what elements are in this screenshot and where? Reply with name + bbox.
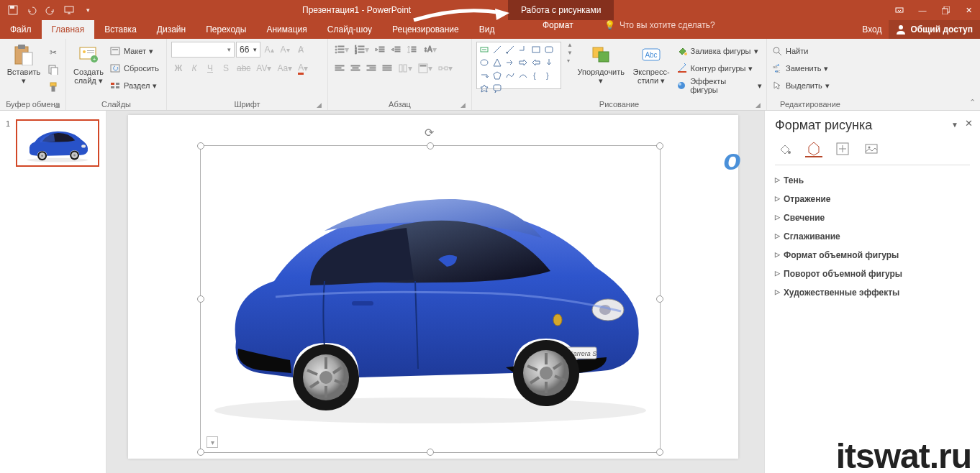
shape-outline-button[interactable]: Контур фигуры ▾ — [676, 60, 763, 76]
close-icon[interactable]: ✕ — [957, 0, 980, 20]
pane-close-icon[interactable]: ✕ — [965, 118, 973, 129]
qat-dropdown-icon[interactable]: ▾ — [81, 3, 95, 17]
resize-handle[interactable] — [197, 142, 204, 150]
section-button[interactable]: Раздел ▾ — [109, 78, 159, 93]
accordion-shadow[interactable]: Тень — [775, 171, 970, 190]
pane-menu-icon[interactable]: ▼ — [951, 121, 958, 129]
picture-tab-icon[interactable] — [863, 140, 880, 157]
ribbon-options-icon[interactable] — [888, 0, 911, 20]
tab-format[interactable]: Формат — [532, 20, 584, 30]
layout-button[interactable]: Макет ▾ — [109, 43, 159, 59]
tab-animations[interactable]: Анимация — [256, 20, 317, 39]
slide-thumbnail-1[interactable] — [16, 119, 99, 167]
decrease-indent-button[interactable] — [373, 42, 387, 58]
align-center-button[interactable] — [348, 60, 363, 76]
tab-slideshow[interactable]: Слайд-шоу — [317, 20, 382, 39]
tab-transitions[interactable]: Переходы — [196, 20, 256, 39]
find-button[interactable]: Найти — [771, 43, 830, 59]
tab-file[interactable]: Файл — [0, 20, 42, 39]
shape-effects-button[interactable]: Эффекты фигуры ▾ — [676, 78, 763, 93]
align-text-button[interactable]: ▾ — [416, 60, 435, 76]
undo-icon[interactable] — [24, 3, 39, 17]
tab-view[interactable]: Вид — [469, 20, 505, 39]
start-show-icon[interactable] — [62, 3, 76, 17]
tab-review[interactable]: Рецензирование — [382, 20, 469, 39]
copy-button[interactable] — [46, 62, 60, 78]
paste-button[interactable]: Вставить▾ — [4, 42, 43, 85]
save-icon[interactable] — [6, 3, 20, 17]
numbering-button[interactable]: 123▾ — [353, 42, 371, 58]
bullets-button[interactable]: ▾ — [332, 42, 351, 58]
pane-category-tabs — [775, 140, 970, 157]
clear-formatting-button[interactable]: A̷ — [294, 42, 308, 58]
resize-handle[interactable] — [427, 142, 434, 150]
tab-home[interactable]: Главная — [42, 20, 95, 39]
quick-styles-button[interactable]: Abc Экспресс-стили ▾ — [630, 42, 673, 85]
share-button[interactable]: Общий доступ — [889, 20, 980, 39]
italic-button[interactable]: К — [187, 60, 201, 76]
bold-button[interactable]: Ж — [171, 60, 186, 76]
dialog-launcher-icon[interactable]: ◢ — [317, 101, 322, 109]
accordion-glow[interactable]: Свечение — [775, 208, 970, 227]
accordion-softedges[interactable]: Сглаживание — [775, 227, 970, 246]
new-slide-button[interactable]: + Создать слайд ▾ — [71, 42, 106, 85]
inserted-picture-car[interactable]: 911 Carrera S — [204, 153, 657, 426]
justify-button[interactable] — [380, 60, 394, 76]
accordion-artistic[interactable]: Художественные эффекты — [775, 283, 970, 302]
text-direction-button[interactable]: ↕A▾ — [420, 42, 439, 58]
columns-button[interactable]: ▾ — [396, 60, 414, 76]
resize-handle[interactable] — [197, 449, 204, 456]
find-icon — [771, 45, 783, 57]
strike-button[interactable]: abc — [235, 60, 253, 76]
layout-options-icon[interactable]: ▾ — [207, 436, 218, 448]
smartart-button[interactable]: ▾ — [436, 60, 455, 76]
effects-tab-icon[interactable] — [805, 140, 822, 157]
dialog-launcher-icon[interactable]: ◢ — [460, 101, 466, 109]
picture-selection[interactable]: ⟳ — [200, 145, 661, 453]
slide-edit-area[interactable]: ⟳ — [106, 111, 764, 473]
tab-design[interactable]: Дизайн — [147, 20, 196, 39]
align-right-button[interactable] — [364, 60, 378, 76]
fill-line-tab-icon[interactable] — [776, 140, 794, 157]
shadow-button[interactable]: S — [219, 60, 233, 76]
restore-icon[interactable] — [934, 0, 957, 20]
font-name-combo[interactable]: ▾ — [171, 42, 235, 58]
font-size-combo[interactable]: 66▾ — [236, 42, 260, 58]
tell-me-box[interactable]: 💡 Что вы хотите сделать? — [604, 20, 715, 30]
underline-button[interactable]: Ч — [203, 60, 217, 76]
accordion-3drotation[interactable]: Поворот объемной фигуры — [775, 265, 970, 283]
reset-button[interactable]: Сбросить — [109, 60, 159, 76]
arrange-button[interactable]: Упорядочить▾ — [576, 42, 627, 85]
grow-font-button[interactable]: A▴ — [262, 42, 276, 58]
svg-point-14 — [83, 50, 86, 53]
replace-button[interactable]: abacЗаменить ▾ — [771, 60, 830, 76]
signin-link[interactable]: Вход — [855, 20, 889, 39]
dialog-launcher-icon[interactable]: ◢ — [756, 101, 761, 109]
rotate-handle-icon[interactable]: ⟳ — [425, 126, 436, 137]
increase-indent-button[interactable] — [389, 42, 403, 58]
resize-handle[interactable] — [656, 449, 663, 456]
size-tab-icon[interactable] — [834, 140, 851, 157]
resize-handle[interactable] — [427, 449, 434, 456]
dialog-launcher-icon[interactable]: ◢ — [55, 101, 60, 109]
cut-button[interactable]: ✂ — [46, 45, 60, 60]
accordion-reflection[interactable]: Отражение — [775, 190, 970, 208]
redo-icon[interactable] — [43, 3, 58, 17]
collapse-ribbon-icon[interactable]: ⌃ — [969, 98, 976, 107]
minimize-icon[interactable]: — — [911, 0, 934, 20]
font-color-button[interactable]: A▾ — [296, 60, 310, 76]
tab-insert[interactable]: Вставка — [94, 20, 147, 39]
spacing-button[interactable]: AV▾ — [254, 60, 273, 76]
resize-handle[interactable] — [656, 295, 663, 303]
case-button[interactable]: Aa▾ — [275, 60, 294, 76]
shape-fill-button[interactable]: Заливка фигуры ▾ — [676, 43, 763, 59]
shapes-gallery[interactable]: { } — [476, 42, 561, 89]
select-button[interactable]: Выделить ▾ — [771, 78, 830, 93]
format-painter-button[interactable] — [46, 79, 60, 95]
resize-handle[interactable] — [656, 142, 663, 150]
shrink-font-button[interactable]: A▾ — [278, 42, 292, 58]
accordion-3dformat[interactable]: Формат объемной фигуры — [775, 246, 970, 265]
car-thumb-image — [22, 123, 94, 163]
line-spacing-button[interactable] — [404, 42, 419, 58]
align-left-button[interactable] — [332, 60, 347, 76]
